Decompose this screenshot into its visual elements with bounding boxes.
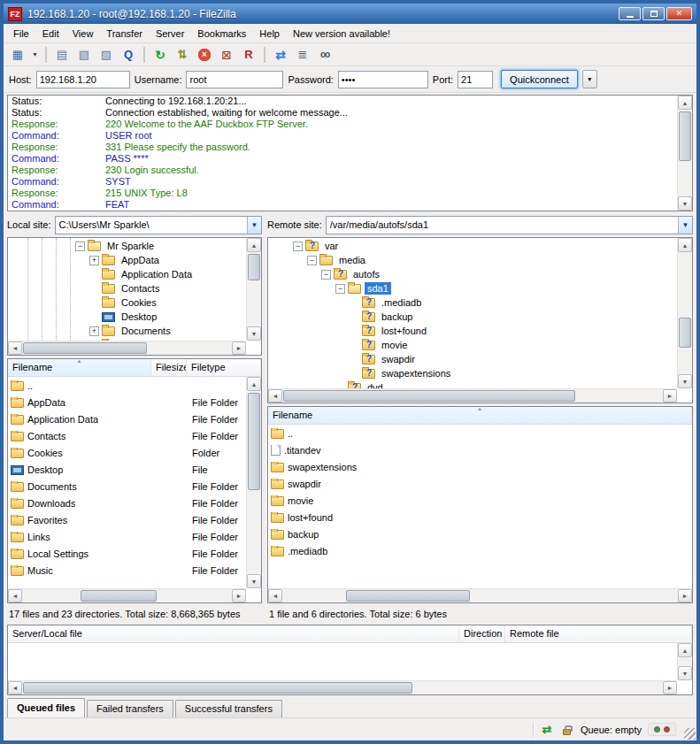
local-tree-vertical-scrollbar[interactable]: ▲ ▼ [246,238,261,341]
site-manager-dropdown-icon[interactable]: ▾ [29,45,41,65]
synchronized-browsing-icon[interactable]: ⇄ [270,45,291,65]
tree-expander-icon[interactable] [89,312,99,322]
scroll-thumb[interactable] [346,590,470,602]
scroll-left-icon[interactable]: ◄ [8,589,22,602]
menu-item[interactable]: Transfer [100,26,149,42]
scroll-down-icon[interactable]: ▼ [247,574,261,588]
directory-comparison-icon[interactable]: ≣ [292,45,313,65]
remote-tree-item[interactable]: movie [268,338,677,352]
close-button[interactable]: ✕ [666,7,692,20]
local-tree-item[interactable]: AppData [8,253,246,267]
AppData[interactable]: AppData File Folder [8,394,261,410]
scroll-left-icon[interactable]: ◄ [268,389,282,403]
Links[interactable]: Links File Folder [8,528,261,545]
quickconnect-dropdown-icon[interactable]: ▾ [582,70,597,88]
scroll-down-icon[interactable]: ▼ [678,374,692,388]
remote-tree-item[interactable]: media [268,253,677,267]
tree-expander-icon[interactable] [89,270,99,280]
resize-grip[interactable] [684,728,696,740]
scroll-up-icon[interactable]: ▲ [247,377,261,391]
tree-expander-icon[interactable] [89,326,99,336]
scroll-right-icon[interactable]: ► [663,389,677,403]
scroll-up-icon[interactable]: ▲ [678,643,692,657]
process-queue-icon[interactable]: ⇅ [172,45,193,65]
refresh-icon[interactable]: ↻ [150,45,171,65]
chevron-down-icon[interactable]: ▼ [678,217,692,234]
local-list-horizontal-scrollbar[interactable]: ◄ ► [8,588,246,602]
host-input[interactable] [36,71,130,88]
remote-tree-item[interactable]: .mediadb [268,295,677,310]
swapdir[interactable]: swapdir [268,475,692,492]
remote-tree-item[interactable]: swapextensions [268,366,677,380]
tree-expander-icon[interactable] [321,270,331,280]
search-binoculars-icon[interactable]: oo [314,45,335,65]
tree-expander-icon[interactable] [293,242,303,251]
reconnect-icon[interactable]: R [238,45,259,65]
scroll-left-icon[interactable]: ◄ [8,341,22,355]
synchronized-browsing-status-icon[interactable]: ⇄ [540,723,554,737]
menu-item[interactable]: Edit [36,26,65,42]
titlebar[interactable]: FZ 192.168.1.20 - root@192.168.1.20 - Fi… [4,4,696,24]
quickconnect-button[interactable]: Quickconnect [501,70,578,88]
toggle-local-tree-icon[interactable]: ▧ [73,45,95,65]
remote-list-horizontal-scrollbar[interactable]: ◄ ► [268,588,692,602]
chevron-down-icon[interactable]: ▼ [247,217,261,234]
scroll-right-icon[interactable]: ► [232,589,246,602]
tree-expander-icon[interactable] [350,298,359,308]
column-header-filesize[interactable]: Filesize [151,359,187,376]
username-input[interactable] [186,71,283,88]
scroll-thumb[interactable] [23,342,147,354]
remote-tree-item[interactable]: sda1 [268,281,677,295]
scroll-right-icon[interactable]: ► [678,589,692,602]
Documents[interactable]: Documents File Folder [8,478,261,495]
password-input[interactable] [338,71,428,88]
remote-tree-item[interactable]: swapdir [268,352,677,366]
lost+found[interactable]: lost+found [268,509,692,525]
Desktop[interactable]: Desktop File [8,461,261,478]
scroll-right-icon[interactable]: ► [232,341,246,355]
tree-expander-icon[interactable] [89,284,99,294]
swapextensions[interactable]: swapextensions [268,458,692,475]
menu-item[interactable]: View [66,26,100,42]
backup[interactable]: backup [268,525,692,542]
scroll-left-icon[interactable]: ◄ [268,589,282,602]
scroll-thumb[interactable] [248,254,260,280]
column-header-remote-file[interactable]: Remote file [505,625,692,642]
remote-tree-item[interactable]: autofs [268,267,677,281]
remote-tree-item[interactable]: var [268,239,677,253]
Local Settings[interactable]: Local Settings File Folder [8,545,261,562]
tree-expander-icon[interactable] [307,256,317,265]
column-header-filename[interactable]: ▲ Filename [8,359,151,376]
toggle-remote-tree-icon[interactable]: ▨ [96,45,117,65]
tree-expander-icon[interactable] [350,326,359,336]
movie[interactable]: movie [268,492,692,509]
log-vertical-scrollbar[interactable]: ▲ ▼ [677,96,692,211]
minimize-button[interactable] [619,7,641,20]
.mediadb[interactable]: .mediadb [268,542,692,559]
local-tree-item[interactable]: Cookies [8,295,246,310]
scroll-thumb[interactable] [283,390,575,402]
column-header-filename[interactable]: ▲ Filename [268,407,692,424]
local-tree-item[interactable]: Contacts [8,281,246,295]
queue-tab[interactable]: Failed transfers [87,700,173,717]
tree-expander-icon[interactable] [89,298,99,308]
.titandev[interactable]: .titandev [268,441,692,458]
local-tree-horizontal-scrollbar[interactable]: ◄ ► [8,341,246,355]
remote-site-combobox[interactable]: /var/media/autofs/sda1 ▼ [326,216,693,234]
scroll-down-icon[interactable]: ▼ [678,196,692,211]
local-tree-item[interactable]: Mr Sparkle [8,239,246,253]
menu-item[interactable]: File [7,26,35,42]
remote-tree-item[interactable]: backup [268,310,677,324]
Downloads[interactable]: Downloads File Folder [8,495,261,511]
remote-tree-item[interactable]: dvd [268,380,677,388]
site-manager-icon[interactable]: ▦ [7,45,28,65]
local-list-vertical-scrollbar[interactable]: ▲ ▼ [246,377,261,588]
scroll-thumb[interactable] [679,318,691,348]
local-tree-item[interactable]: Application Data [8,267,246,281]
queue-horizontal-scrollbar[interactable]: ◄ ► [8,680,677,694]
column-header-filetype[interactable]: Filetype [187,359,261,376]
Favorites[interactable]: Favorites File Folder [8,511,261,528]
toggle-message-log-icon[interactable]: ▤ [51,45,73,65]
scroll-down-icon[interactable]: ▼ [678,666,692,680]
scroll-up-icon[interactable]: ▲ [247,238,261,252]
